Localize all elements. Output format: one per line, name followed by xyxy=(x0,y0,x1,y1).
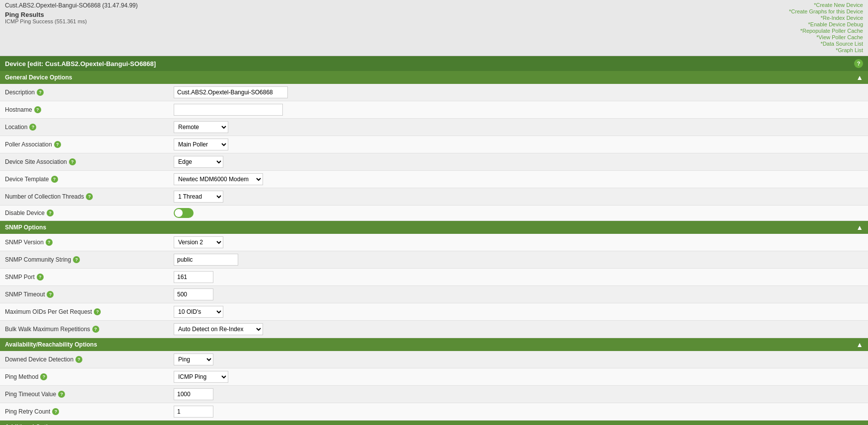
control-location: Remote Local Other xyxy=(174,121,863,133)
control-disable xyxy=(174,208,863,218)
toggle-disable[interactable] xyxy=(174,208,194,218)
ping-title: Ping Results xyxy=(5,11,138,18)
label-template: Device Template ? xyxy=(5,176,174,183)
control-bulk-walk: Auto Detect on Re-Index 10 20 50 xyxy=(174,323,863,335)
select-ping-method[interactable]: ICMP Ping UDP Ping TCP Ping xyxy=(174,371,228,383)
section-additional: Additional Options ▲ xyxy=(0,421,868,425)
input-description[interactable] xyxy=(174,86,288,98)
section-general-title: General Device Options xyxy=(5,74,72,81)
toggle-container-disable xyxy=(174,208,863,218)
section-availability-title: Availability/Reachability Options xyxy=(5,341,97,348)
select-template[interactable]: Newtec MDM6000 Modem None xyxy=(174,173,263,185)
control-template: Newtec MDM6000 Modem None xyxy=(174,173,863,185)
help-downed[interactable]: ? xyxy=(75,356,82,363)
link-enable-debug[interactable]: *Enable Device Debug xyxy=(789,21,863,27)
help-max-oids[interactable]: ? xyxy=(94,308,101,315)
control-community xyxy=(174,254,863,266)
row-poller: Poller Association ? Main Poller xyxy=(0,136,868,153)
link-graph-list[interactable]: *Graph List xyxy=(789,47,863,53)
label-hostname: Hostname ? xyxy=(5,106,174,113)
select-downed[interactable]: Ping SNMP None Ping and SNMP xyxy=(174,354,213,365)
help-snmp-timeout[interactable]: ? xyxy=(47,291,54,298)
input-ping-timeout[interactable] xyxy=(174,388,213,400)
row-snmp-timeout: SNMP Timeout ? xyxy=(0,286,868,303)
select-location[interactable]: Remote Local Other xyxy=(174,121,228,133)
link-view-poller-cache[interactable]: *View Poller Cache xyxy=(789,34,863,40)
control-description xyxy=(174,86,863,98)
select-max-oids[interactable]: 10 OID's 20 OID's 5 OID's xyxy=(174,306,223,318)
row-hostname: Hostname ? xyxy=(0,101,868,119)
link-reindex-device[interactable]: *Re-Index Device xyxy=(789,15,863,21)
label-ping-retry: Ping Retry Count ? xyxy=(5,408,174,415)
help-snmp-port[interactable]: ? xyxy=(37,274,44,281)
row-disable: Disable Device ? xyxy=(0,206,868,221)
select-poller[interactable]: Main Poller xyxy=(174,139,228,150)
label-site: Device Site Association ? xyxy=(5,158,174,165)
label-disable: Disable Device ? xyxy=(5,210,174,216)
row-ping-timeout: Ping Timeout Value ? xyxy=(0,386,868,403)
row-site: Device Site Association ? Edge Core Othe… xyxy=(0,153,868,171)
input-ping-retry[interactable] xyxy=(174,406,213,418)
row-bulk-walk: Bulk Walk Maximum Repetitions ? Auto Det… xyxy=(0,321,868,338)
help-icon[interactable]: ? xyxy=(854,59,863,68)
row-snmp-port: SNMP Port ? xyxy=(0,269,868,286)
label-snmp-timeout: SNMP Timeout ? xyxy=(5,291,174,298)
help-bulk-walk[interactable]: ? xyxy=(92,326,99,333)
control-threads: 1 Thread 2 Threads 4 Threads xyxy=(174,191,863,203)
label-bulk-walk: Bulk Walk Maximum Repetitions ? xyxy=(5,326,174,333)
section-snmp: SNMP Options ▲ xyxy=(0,221,868,234)
control-site: Edge Core Other xyxy=(174,156,863,168)
label-location: Location ? xyxy=(5,124,174,131)
row-community: SNMP Community String ? xyxy=(0,251,868,269)
row-description: Description ? xyxy=(0,84,868,101)
ping-sub: ICMP Ping Success (551.361 ms) xyxy=(5,18,138,24)
top-bar: Cust.ABS2.Opextel-Bangui-SO6868 (31.47.9… xyxy=(0,0,868,56)
control-snmp-version: Version 1 Version 2 Version 3 xyxy=(174,236,863,248)
label-snmp-port: SNMP Port ? xyxy=(5,274,174,281)
help-hostname[interactable]: ? xyxy=(34,106,41,113)
section-availability-collapse[interactable]: ▲ xyxy=(856,341,863,349)
help-ping-retry[interactable]: ? xyxy=(52,408,59,415)
link-data-source-list[interactable]: *Data Source List xyxy=(789,41,863,47)
label-snmp-version: SNMP Version ? xyxy=(5,239,174,246)
section-snmp-collapse[interactable]: ▲ xyxy=(856,223,863,231)
help-ping-timeout[interactable]: ? xyxy=(58,391,65,398)
input-hostname[interactable] xyxy=(174,104,283,116)
row-ping-retry: Ping Retry Count ? xyxy=(0,403,868,421)
help-site[interactable]: ? xyxy=(69,158,76,165)
input-snmp-port[interactable] xyxy=(174,271,213,283)
help-poller[interactable]: ? xyxy=(54,141,61,148)
select-bulk-walk[interactable]: Auto Detect on Re-Index 10 20 50 xyxy=(174,323,263,335)
row-max-oids: Maximum OIDs Per Get Request ? 10 OID's … xyxy=(0,303,868,321)
section-additional-collapse[interactable]: ▲ xyxy=(856,423,863,425)
select-snmp-version[interactable]: Version 1 Version 2 Version 3 xyxy=(174,236,223,248)
link-create-graphs[interactable]: *Create Graphs for this Device xyxy=(789,8,863,14)
control-hostname xyxy=(174,104,863,116)
label-ping-timeout: Ping Timeout Value ? xyxy=(5,391,174,398)
help-snmp-version[interactable]: ? xyxy=(46,239,53,246)
select-threads[interactable]: 1 Thread 2 Threads 4 Threads xyxy=(174,191,223,203)
control-max-oids: 10 OID's 20 OID's 5 OID's xyxy=(174,306,863,318)
help-template[interactable]: ? xyxy=(51,176,58,183)
section-general-collapse[interactable]: ▲ xyxy=(856,73,863,81)
label-downed: Downed Device Detection ? xyxy=(5,356,174,363)
input-community[interactable] xyxy=(174,254,238,266)
row-downed: Downed Device Detection ? Ping SNMP None… xyxy=(0,351,868,368)
section-snmp-title: SNMP Options xyxy=(5,224,46,231)
help-ping-method[interactable]: ? xyxy=(40,373,47,380)
help-location[interactable]: ? xyxy=(29,124,36,131)
help-threads[interactable]: ? xyxy=(86,193,93,200)
label-community: SNMP Community String ? xyxy=(5,256,174,263)
link-create-device[interactable]: *Create New Device xyxy=(789,2,863,8)
help-description[interactable]: ? xyxy=(37,89,44,96)
input-snmp-timeout[interactable] xyxy=(174,288,213,300)
row-ping-method: Ping Method ? ICMP Ping UDP Ping TCP Pin… xyxy=(0,368,868,386)
section-availability: Availability/Reachability Options ▲ xyxy=(0,338,868,351)
link-repopulate-cache[interactable]: *Repopulate Poller Cache xyxy=(789,28,863,34)
label-threads: Number of Collection Threads ? xyxy=(5,193,174,200)
help-community[interactable]: ? xyxy=(73,256,80,263)
help-disable[interactable]: ? xyxy=(47,210,54,216)
select-site[interactable]: Edge Core Other xyxy=(174,156,223,168)
label-ping-method: Ping Method ? xyxy=(5,373,174,380)
control-ping-retry xyxy=(174,406,863,418)
